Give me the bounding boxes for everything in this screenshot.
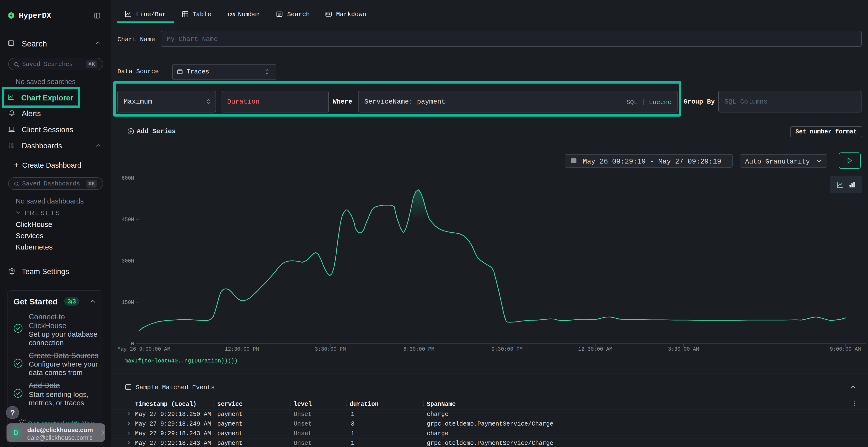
svg-text:12:30:00 PM: 12:30:00 PM [225,346,259,352]
svg-text:9:00:00 AM: 9:00:00 AM [830,346,861,352]
svg-text:6:30:00 PM: 6:30:00 PM [403,346,434,352]
svg-text:3:30:00 AM: 3:30:00 AM [668,346,699,352]
svg-text:12:30:00 AM: 12:30:00 AM [578,346,613,352]
svg-text:0: 0 [131,341,134,347]
svg-text:450M: 450M [122,217,134,222]
svg-text:150M: 150M [122,300,134,305]
svg-text:600M: 600M [122,175,134,181]
svg-text:9:30:00 PM: 9:30:00 PM [491,346,523,352]
svg-text:May 26 9:00:00 AM: May 26 9:00:00 AM [117,346,170,352]
svg-text:3:30:00 PM: 3:30:00 PM [315,346,346,352]
svg-text:300M: 300M [122,258,134,264]
